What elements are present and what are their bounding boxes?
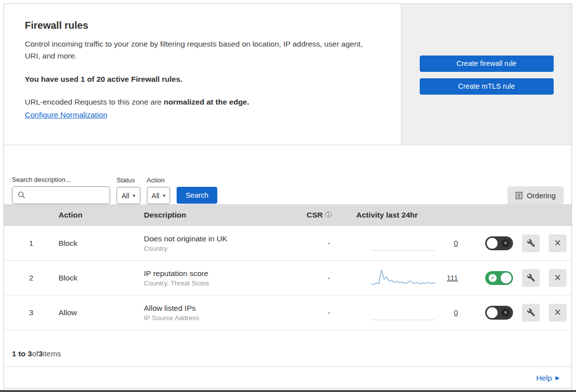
action-select[interactable]: All▾: [147, 187, 171, 204]
csr-column-header: CSRⓘ: [302, 211, 356, 220]
table-row: 2 Block IP reputation score Country, Thr…: [4, 261, 572, 295]
rule-priority: 3: [4, 308, 59, 317]
pagination-summary: 1 to 3 of 3 items: [4, 330, 572, 367]
wrench-icon: [527, 308, 535, 317]
status-value: All: [122, 192, 129, 200]
rule-controls: ✓ ×: [470, 269, 572, 287]
close-icon: ×: [554, 272, 561, 283]
action-value: All: [152, 192, 160, 200]
status-select[interactable]: All▾: [117, 187, 140, 204]
intro-card: Firewall rules Control incoming traffic …: [4, 4, 401, 145]
rule-description-cell: IP reputation score Country, Threat Scor…: [144, 269, 302, 287]
action-label: Action: [147, 176, 171, 184]
search-input[interactable]: [12, 186, 110, 204]
create-mtls-rule-button[interactable]: Create mTLS rule: [420, 78, 554, 95]
search-box: [12, 186, 110, 204]
rule-activity-cell: 0: [356, 233, 470, 253]
delete-rule-button[interactable]: ×: [549, 234, 567, 252]
ordering-button[interactable]: Ordering: [508, 186, 564, 204]
action-column-header: Action: [59, 211, 144, 220]
search-icon: [17, 191, 26, 199]
rule-enabled-toggle[interactable]: ×: [485, 236, 513, 250]
normalization-note: URL-encoded Requests to this zone are no…: [25, 98, 380, 107]
delete-rule-button[interactable]: ×: [549, 269, 567, 287]
rule-description-cell: Does not originate in UK Country: [144, 234, 302, 252]
help-label: Help: [536, 374, 552, 383]
help-link[interactable]: Help▶: [536, 374, 560, 383]
csr-header-label: CSR: [307, 211, 323, 220]
rule-enabled-toggle[interactable]: ×: [485, 306, 513, 320]
pagination-range: 1 to 3: [12, 349, 32, 358]
activity-sparkline: [371, 268, 436, 288]
edit-rule-button[interactable]: [522, 304, 540, 322]
toggle-state-icon: ✓: [489, 274, 497, 282]
rule-controls: × ×: [470, 234, 572, 252]
action-filter-group: Action All▾: [147, 176, 171, 204]
info-icon: ⓘ: [325, 211, 332, 220]
page-header: Firewall rules Control incoming traffic …: [4, 4, 572, 145]
configure-normalization-link[interactable]: Configure Normalization: [25, 111, 107, 119]
help-row: Help▶: [4, 367, 572, 389]
rule-match-fields: Country, Threat Score: [144, 280, 302, 287]
rule-action: Block: [59, 274, 144, 282]
rule-enabled-toggle[interactable]: ✓: [485, 271, 513, 285]
firewall-rules-page: Firewall rules Control incoming traffic …: [3, 3, 572, 389]
ordering-icon: [515, 192, 522, 199]
ordering-label: Ordering: [527, 191, 556, 200]
rule-description: Does not originate in UK: [144, 234, 302, 243]
filter-bar: Search description... Status All▾ Action…: [4, 145, 572, 204]
activity-sparkline: [371, 303, 436, 323]
close-icon: ×: [554, 237, 561, 249]
table-row: 1 Block Does not originate in UK Country…: [4, 226, 572, 261]
activity-count-link[interactable]: 0: [454, 239, 458, 247]
toggle-knob: [487, 238, 498, 249]
create-firewall-rule-button[interactable]: Create firewall rule: [420, 56, 554, 72]
status-filter-group: Status All▾: [117, 176, 140, 204]
search-label: Search description...: [12, 176, 110, 183]
actions-panel: Create firewall rule Create mTLS rule: [401, 4, 572, 145]
wrench-icon: [527, 274, 535, 282]
toggle-knob: [487, 307, 498, 318]
pagination-items: items: [43, 349, 61, 358]
rule-priority: 2: [4, 274, 59, 282]
close-icon: ×: [554, 307, 561, 318]
rule-description-cell: Allow listed IPs IP Source Address: [144, 304, 302, 322]
activity-count-link[interactable]: 111: [447, 274, 458, 282]
wrench-icon: [527, 239, 535, 247]
rule-csr-value: -: [302, 308, 356, 317]
window-bottom-edge: [0, 390, 576, 392]
rule-description: IP reputation score: [144, 269, 302, 278]
rule-match-fields: Country: [144, 245, 302, 252]
rule-match-fields: IP Source Address: [144, 314, 302, 322]
delete-rule-button[interactable]: ×: [549, 304, 567, 322]
rule-activity-cell: 0: [356, 303, 470, 323]
status-label: Status: [117, 176, 140, 184]
activity-column-header: Activity last 24hr: [356, 211, 470, 220]
activity-count-link[interactable]: 0: [454, 308, 458, 317]
edit-rule-button[interactable]: [522, 234, 540, 252]
chevron-down-icon: ▾: [133, 193, 135, 198]
rule-action: Allow: [59, 308, 144, 317]
search-button[interactable]: Search: [177, 187, 217, 204]
rule-activity-cell: 111: [356, 268, 470, 288]
toggle-state-icon: ×: [502, 239, 510, 247]
rule-priority: 1: [4, 239, 59, 247]
description-column-header: Description: [144, 211, 302, 220]
rules-table: Action Description CSRⓘ Activity last 24…: [4, 204, 572, 330]
rule-controls: × ×: [470, 304, 572, 322]
activity-sparkline: [371, 233, 436, 253]
pagination-total: 3: [38, 349, 43, 358]
table-row: 3 Allow Allow listed IPs IP Source Addre…: [4, 295, 572, 330]
pagination-of: of: [32, 349, 38, 358]
rule-csr-value: -: [302, 239, 356, 248]
normalization-text: URL-encoded Requests to this zone are: [25, 98, 164, 106]
edit-rule-button[interactable]: [522, 269, 540, 287]
normalization-bold: normalized at the edge.: [164, 98, 249, 106]
help-arrow-icon: ▶: [556, 375, 560, 381]
page-description: Control incoming traffic to your zone by…: [25, 38, 377, 62]
toggle-state-icon: ×: [502, 309, 510, 317]
page-title: Firewall rules: [25, 20, 380, 31]
table-header: Action Description CSRⓘ Activity last 24…: [4, 204, 572, 226]
rule-description: Allow listed IPs: [144, 304, 302, 313]
search-filter-group: Search description...: [12, 176, 110, 204]
